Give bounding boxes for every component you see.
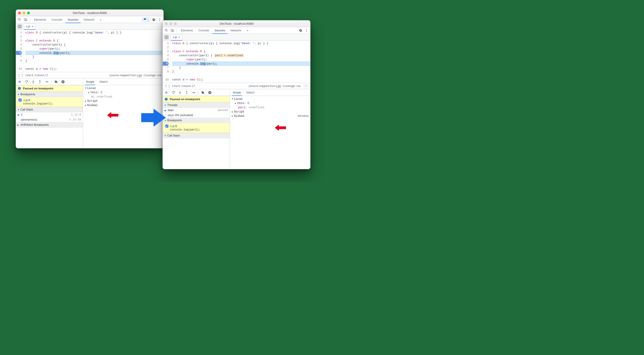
tab-sources[interactable]: Sources <box>66 16 81 23</box>
file-tab-cjs[interactable]: c.js × <box>171 34 182 40</box>
kebab-menu-icon[interactable] <box>304 28 309 33</box>
coverage-dropdown-icon[interactable] <box>304 84 308 88</box>
inspect-element-icon[interactable] <box>164 28 169 33</box>
tab-console[interactable]: Console <box>49 16 64 23</box>
scope-variable[interactable]: par1: undefined <box>230 105 310 110</box>
step-icon[interactable] <box>191 90 196 95</box>
zoom-window-icon[interactable] <box>174 22 177 25</box>
breakpoint-checkbox[interactable] <box>18 98 22 102</box>
scope-variable[interactable]: s: undefined <box>83 94 164 99</box>
stack-frame[interactable]: (anonymous) c.js:10 <box>16 117 83 122</box>
transition-arrow-icon <box>141 108 166 128</box>
source-editor[interactable]: 1 2 3 4 5 6 7 8 10 class B { constructor… <box>16 30 164 72</box>
tab-sources[interactable]: Sources <box>212 27 228 34</box>
step-over-icon[interactable] <box>24 79 29 84</box>
step-out-icon[interactable] <box>184 90 189 95</box>
scope-local-header[interactable]: ▼Local <box>83 86 164 90</box>
pretty-print-icon[interactable]: { } <box>165 84 170 88</box>
minimize-window-icon[interactable] <box>170 22 172 25</box>
stack-frame[interactable]: ▶ C c.js:6 <box>16 112 83 117</box>
scope-this[interactable]: ▶this: C <box>83 90 164 94</box>
section-breakpoints[interactable]: ▼ Breakpoints <box>163 118 230 123</box>
traffic-lights[interactable] <box>18 12 30 14</box>
tabs-overflow[interactable]: » <box>98 16 104 23</box>
zoom-window-icon[interactable] <box>27 12 30 14</box>
tab-network[interactable]: Network <box>228 27 244 34</box>
tab-elements[interactable]: Elements <box>179 27 195 34</box>
close-tab-icon[interactable]: × <box>178 36 180 39</box>
scope-local-header[interactable]: ▼Local <box>230 97 310 101</box>
section-breakpoints[interactable]: ▼ Breakpoints <box>16 92 83 97</box>
breakpoint-item[interactable]: c.js:6 console.log(par1); <box>16 97 83 107</box>
device-toolbar-icon[interactable] <box>170 28 175 33</box>
close-window-icon[interactable] <box>165 22 168 25</box>
step-into-icon[interactable] <box>178 90 182 95</box>
resume-icon[interactable] <box>164 90 169 95</box>
navigator-toggle-icon[interactable] <box>17 24 22 29</box>
svg-rect-29 <box>209 92 210 93</box>
gutter[interactable]: 1 2 3 4 5 6 7 8 10 <box>163 40 170 83</box>
traffic-lights[interactable] <box>165 22 177 25</box>
step-into-icon[interactable] <box>31 79 36 84</box>
section-threads[interactable]: ▼ Threads <box>163 102 230 108</box>
scope-script-header[interactable]: ▶Script <box>230 110 310 114</box>
tab-network[interactable]: Network <box>82 16 97 23</box>
thread-sw[interactable]: sw.js #53 (activated) <box>163 113 230 118</box>
callout-arrow-icon <box>275 124 286 131</box>
scope-script-header[interactable]: ▶Script <box>83 99 164 103</box>
scope-global-header[interactable]: ▶Global <box>83 103 164 107</box>
svg-point-26 <box>186 94 187 94</box>
pause-on-exceptions-icon[interactable] <box>207 90 212 95</box>
scope-this[interactable]: ▶this: C <box>230 101 310 105</box>
tabs-overflow[interactable]: » <box>244 27 250 34</box>
debugger-toolbar <box>16 78 83 85</box>
breakpoint-label: c.js:6 <box>170 124 177 128</box>
code-body[interactable]: class B { constructor(p) { console.log('… <box>170 40 310 83</box>
tab-elements[interactable]: Elements <box>32 16 48 23</box>
source-editor[interactable]: 1 2 3 4 5 6 7 8 10 class B { constructor… <box>163 40 310 83</box>
minimize-window-icon[interactable] <box>23 12 25 14</box>
debugger-sidebar: Paused on breakpoint ▼ Breakpoints c.js:… <box>16 78 83 148</box>
thread-main[interactable]: ▶ Main paused <box>163 108 230 113</box>
close-tab-icon[interactable]: × <box>32 25 34 28</box>
settings-icon[interactable] <box>298 28 303 33</box>
issues-chip[interactable]: 1 <box>142 18 150 22</box>
code-body[interactable]: class B { constructor(p) { console.log('… <box>24 30 164 72</box>
resume-icon[interactable] <box>17 79 22 84</box>
device-toolbar-icon[interactable] <box>23 17 28 22</box>
step-over-icon[interactable] <box>171 90 176 95</box>
deactivate-breakpoints-icon[interactable] <box>54 79 59 84</box>
tab-scope[interactable]: Scope <box>85 79 95 85</box>
section-callstack[interactable]: ▼ Call Stack <box>163 133 230 138</box>
file-tabstrip: c.js × <box>16 23 164 30</box>
navigator-toggle-icon[interactable] <box>164 35 169 40</box>
source-map-info: (source mapped from c.js) Coverage: n/a <box>110 74 161 77</box>
execution-line-marker: 6 <box>16 51 22 55</box>
scope-global-header[interactable]: ▶GlobalWindow <box>230 114 310 118</box>
kebab-menu-icon[interactable] <box>157 17 162 22</box>
source-map-info: (source mapped from c.js) Coverage: n/a <box>248 84 300 88</box>
breakpoint-item[interactable]: c.js:6 console.log(par1); <box>163 123 230 133</box>
section-xhr-breakpoints[interactable]: ▶ XHR/fetch Breakpoints <box>16 122 83 128</box>
file-tab-cjs[interactable]: c.js × <box>24 24 36 30</box>
step-icon[interactable] <box>44 79 49 84</box>
info-icon <box>18 87 21 90</box>
pretty-print-icon[interactable]: { } <box>18 74 23 77</box>
tab-watch[interactable]: Watch <box>99 78 108 85</box>
devtools-main-toolbar: Elements Console Sources Network » <box>163 27 310 34</box>
paused-banner: Paused on breakpoint <box>16 85 83 92</box>
tab-console[interactable]: Console <box>196 27 212 34</box>
close-window-icon[interactable] <box>18 12 21 14</box>
inspect-element-icon[interactable] <box>17 17 22 22</box>
svg-rect-1 <box>24 18 26 20</box>
chevron-down-icon: ▼ <box>164 104 166 106</box>
section-callstack[interactable]: ▼ Call Stack <box>16 107 83 112</box>
tab-watch[interactable]: Watch <box>246 89 255 96</box>
step-out-icon[interactable] <box>38 79 42 84</box>
settings-icon[interactable] <box>151 17 156 22</box>
pause-on-exceptions-icon[interactable] <box>60 79 66 84</box>
tab-scope[interactable]: Scope <box>232 90 242 96</box>
deactivate-breakpoints-icon[interactable] <box>200 90 206 95</box>
scope-watch-tabs: Scope Watch <box>230 89 310 96</box>
gutter[interactable]: 1 2 3 4 5 6 7 8 10 <box>16 30 24 72</box>
